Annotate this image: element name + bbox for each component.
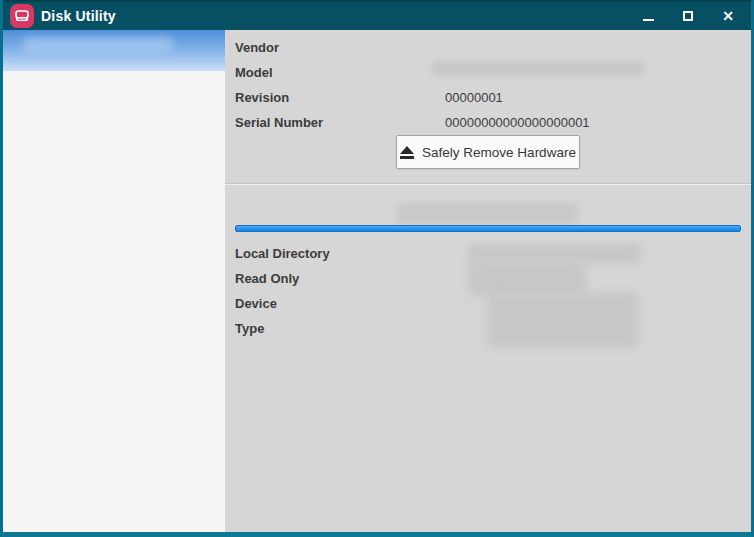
sidebar-item-selected-device[interactable] (3, 30, 225, 71)
field-row-revision: Revision 00000001 (225, 85, 751, 110)
vendor-label: Vendor (235, 35, 279, 60)
serial-number-value: 00000000000000000001 (445, 110, 590, 135)
disk-drive-icon (10, 4, 34, 28)
window-title: Disk Utility (41, 8, 637, 24)
maximize-button[interactable] (677, 5, 699, 27)
safely-remove-hardware-button[interactable]: Safely Remove Hardware (396, 135, 580, 169)
redacted-model-value (432, 61, 644, 76)
section-separator (225, 183, 751, 185)
volume-usage-bar (235, 225, 741, 232)
serial-number-label: Serial Number (235, 110, 323, 135)
minimize-icon (643, 19, 654, 21)
safely-remove-hardware-label: Safely Remove Hardware (422, 145, 576, 160)
field-row-vendor: Vendor (225, 35, 751, 60)
redacted-device-name (23, 38, 173, 56)
eject-icon (400, 146, 414, 159)
redacted-volume-title (397, 202, 578, 225)
model-label: Model (235, 60, 273, 85)
redacted-local-directory-value (468, 244, 641, 263)
device-details-panel: Vendor Model Revision 00000001 Serial Nu… (225, 30, 751, 532)
minimize-button[interactable] (637, 5, 659, 27)
window-body: Vendor Model Revision 00000001 Serial Nu… (3, 30, 751, 532)
local-directory-label: Local Directory (235, 241, 330, 266)
window-controls: ✕ (637, 5, 739, 27)
close-icon: ✕ (722, 9, 734, 23)
device-sidebar[interactable] (3, 30, 225, 532)
device-label: Device (235, 291, 277, 316)
type-label: Type (235, 316, 264, 341)
redacted-mount-values (468, 262, 586, 296)
close-button[interactable]: ✕ (717, 5, 739, 27)
disk-drive-glyph (14, 8, 30, 24)
maximize-icon (683, 11, 693, 21)
titlebar[interactable]: Disk Utility ✕ (3, 0, 751, 30)
disk-utility-window: Disk Utility ✕ Vendor Model Revision (0, 0, 754, 537)
field-row-serial-number: Serial Number 00000000000000000001 (225, 110, 751, 135)
read-only-label: Read Only (235, 266, 299, 291)
revision-value: 00000001 (445, 85, 503, 110)
revision-label: Revision (235, 85, 289, 110)
redacted-device-type-values (487, 292, 639, 348)
